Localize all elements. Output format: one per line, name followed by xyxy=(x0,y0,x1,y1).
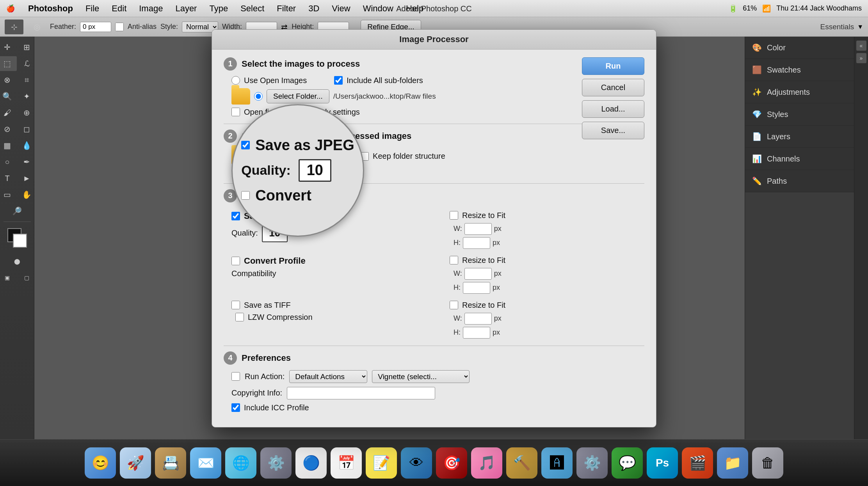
select-folder-btn[interactable]: Select Folder... xyxy=(267,89,329,103)
conv-w-label: W: xyxy=(454,270,462,278)
use-open-images-radio[interactable] xyxy=(231,76,240,85)
folder-path-text: /Users/jackwoo...ktop/Raw files xyxy=(333,92,436,101)
menu-select[interactable]: Select xyxy=(238,3,267,14)
include-subfolders-label: Include All sub-folders xyxy=(347,76,423,85)
jpeg-w-input[interactable] xyxy=(464,223,492,235)
dock-appstore[interactable]: 🅰 xyxy=(541,447,573,479)
save-as-tiff-label: Save as TIFF xyxy=(244,301,291,310)
load-btn[interactable]: Load... xyxy=(582,100,644,118)
mag-quality-row: Quality: 10 xyxy=(241,159,331,182)
open-first-image-checkbox[interactable] xyxy=(231,108,240,116)
menu-window[interactable]: Window xyxy=(361,3,396,14)
mag-convert-checkbox[interactable] xyxy=(241,191,250,200)
menu-3d[interactable]: 3D xyxy=(306,3,322,14)
conv-h-px: px xyxy=(493,284,500,292)
dock-notes[interactable]: 📝 xyxy=(366,447,397,479)
magnifier-overlay: Save as JPEG Quality: 10 Convert xyxy=(231,104,364,237)
dock-mail[interactable]: ✉️ xyxy=(190,447,221,479)
run-action-row: Run Action: Default Actions Vignette (se… xyxy=(231,370,644,383)
jpeg-w-row: W: px xyxy=(454,223,644,235)
dock-folder[interactable]: 📁 xyxy=(717,447,748,479)
lzw-checkbox[interactable] xyxy=(235,313,244,321)
use-open-images-label: Use Open Images xyxy=(244,76,307,85)
jpeg-resize-checkbox[interactable] xyxy=(450,211,458,220)
dock-launchpad[interactable]: 🚀 xyxy=(120,447,151,479)
run-btn[interactable]: Run xyxy=(582,57,644,75)
convert-resize-checkbox[interactable] xyxy=(450,256,458,264)
dock-photoshop[interactable]: Ps xyxy=(647,447,678,479)
lzw-row: LZW Compression xyxy=(235,313,426,322)
mag-convert-row: Convert xyxy=(241,187,311,204)
save-as-jpeg-checkbox[interactable] xyxy=(231,212,240,220)
dock-trash[interactable]: 🗑 xyxy=(752,447,783,479)
menu-type[interactable]: Type xyxy=(207,3,230,14)
conv-h-input[interactable] xyxy=(463,282,490,294)
dock-skype[interactable]: 💬 xyxy=(612,447,643,479)
mag-jpeg-checkbox[interactable] xyxy=(241,141,250,149)
dock-system-prefs[interactable]: ⚙️ xyxy=(260,447,292,479)
step2-circle: 2 xyxy=(224,129,237,143)
menu-file[interactable]: File xyxy=(83,3,101,14)
tiff-wh-fields: W: px H: px xyxy=(454,313,644,339)
battery-level: 61% xyxy=(743,4,757,12)
menu-photoshop[interactable]: Photoshop xyxy=(26,3,75,14)
run-action-label: Run Action: xyxy=(245,372,285,381)
dock-finder[interactable]: 😊 xyxy=(85,447,116,479)
jpeg-wh-fields: W: px H: px xyxy=(454,223,644,249)
menu-layer[interactable]: Layer xyxy=(173,3,199,14)
convert-row: Convert Profile xyxy=(231,256,426,266)
section1-label: 1 Select the images to process xyxy=(224,57,644,71)
run-action-checkbox[interactable] xyxy=(231,372,240,381)
menu-filter[interactable]: Filter xyxy=(274,3,298,14)
save-dialog-btn[interactable]: Save... xyxy=(582,122,644,139)
save-as-tiff-checkbox[interactable] xyxy=(231,301,240,309)
divider3 xyxy=(224,346,644,346)
apple-logo-icon[interactable]: 🍎 xyxy=(6,4,15,13)
cancel-btn[interactable]: Cancel xyxy=(582,79,644,96)
menubar-right: 🔋 61% 📶 Thu 21:44 Jack Woodhams xyxy=(729,4,862,13)
tiff-h-px: px xyxy=(493,328,500,337)
tiff-resize-checkbox[interactable] xyxy=(450,301,458,309)
section4-block: 4 Preferences Run Action: Default Action… xyxy=(224,351,644,412)
convert-h-row: H: px xyxy=(454,282,644,294)
convert-checkbox[interactable] xyxy=(231,257,240,265)
dock-vlc[interactable]: 🎬 xyxy=(682,447,713,479)
step1-circle: 1 xyxy=(224,57,237,71)
copyright-input[interactable] xyxy=(287,387,435,399)
jpeg-w-px: px xyxy=(494,225,502,233)
mag-quality-value[interactable]: 10 xyxy=(299,159,331,182)
tiff-w-input[interactable] xyxy=(464,313,492,325)
dock-eyetunes[interactable]: 👁 xyxy=(401,447,432,479)
dock-safari[interactable]: 🌐 xyxy=(225,447,256,479)
tiff-h-input[interactable] xyxy=(463,327,490,339)
include-icc-checkbox[interactable] xyxy=(231,403,240,412)
convert-w-row: W: px xyxy=(454,268,644,280)
dock-app1[interactable]: 🎯 xyxy=(436,447,467,479)
dock-address-book[interactable]: 📇 xyxy=(155,447,186,479)
convert-resize-section: Resize to Fit W: px H: px xyxy=(450,253,644,294)
dock-xcode[interactable]: 🔨 xyxy=(506,447,537,479)
jpeg-h-input[interactable] xyxy=(463,237,490,249)
dock-system2[interactable]: ⚙️ xyxy=(576,447,608,479)
convert-resize-row: Resize to Fit xyxy=(450,256,644,265)
select-folder-radio[interactable] xyxy=(254,92,263,101)
dock-music[interactable]: 🎵 xyxy=(471,447,502,479)
dock-chrome[interactable]: 🔵 xyxy=(295,447,327,479)
magnifier-content: Save as JPEG Quality: 10 Convert xyxy=(233,129,362,212)
menu-edit[interactable]: Edit xyxy=(109,3,129,14)
mag-quality-label: Quality: xyxy=(241,163,291,178)
section1-title: Select the images to process xyxy=(242,59,360,69)
vignette-select[interactable]: Vignette (selecti... xyxy=(372,370,470,383)
jpeg-w-label: W: xyxy=(454,225,462,233)
menu-image[interactable]: Image xyxy=(137,3,165,14)
menu-view[interactable]: View xyxy=(329,3,352,14)
run-action-select[interactable]: Default Actions xyxy=(289,370,367,383)
conv-w-input[interactable] xyxy=(464,268,492,280)
tiff-resize-section: Resize to Fit W: px H: px xyxy=(450,298,644,339)
step4-circle: 4 xyxy=(224,351,237,365)
tiff-section: Save as TIFF LZW Compression xyxy=(231,298,426,325)
jpeg-h-px: px xyxy=(493,239,500,247)
tiff-resize-row: Resize to Fit xyxy=(450,301,644,310)
include-subfolders-checkbox[interactable] xyxy=(334,76,343,85)
dock-calendar[interactable]: 📅 xyxy=(331,447,362,479)
